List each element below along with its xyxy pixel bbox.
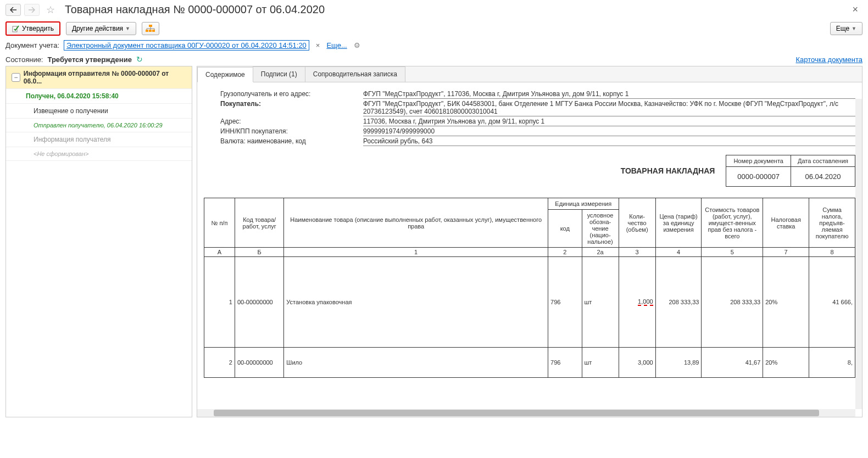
cell-rate: 20% xyxy=(763,257,809,348)
sidebar-not-formed: <Не сформирован> xyxy=(6,147,192,161)
tab-note[interactable]: Сопроводительная записка xyxy=(305,66,405,82)
cell-price: 13,89 xyxy=(655,348,702,378)
hierarchy-button[interactable] xyxy=(142,22,159,35)
th-col-4: 4 xyxy=(655,248,702,257)
cell-code: 00-00000000 xyxy=(235,257,283,348)
cell-ucode: 796 xyxy=(548,348,582,378)
tab-signatures[interactable]: Подписи (1) xyxy=(253,66,305,82)
sidebar-sender-label: Информация отправителя № 0000-000007 от … xyxy=(24,70,186,85)
more-button[interactable]: Еще ▼ xyxy=(830,22,863,35)
refresh-icon[interactable]: ↻ xyxy=(136,55,143,64)
svg-rect-3 xyxy=(149,30,152,32)
document-body: Грузополучатель и его адрес:ФГУП "МедСтр… xyxy=(197,82,862,417)
favorite-star-icon[interactable]: ☆ xyxy=(45,4,56,15)
cell-tax: 41 666, xyxy=(809,257,855,348)
currency-value: Российский рубль, 643 xyxy=(363,137,855,146)
horizontal-scrollbar[interactable] xyxy=(197,409,855,417)
cell-name: Шило xyxy=(284,348,548,378)
sidebar-recipient-info[interactable]: Информация получателя xyxy=(6,132,192,147)
buyer-label: Покупатель: xyxy=(220,100,363,116)
document-card-link[interactable]: Карточка документа xyxy=(796,55,863,64)
nav-back-button[interactable] xyxy=(5,4,21,16)
sidebar-sender-info[interactable]: − Информация отправителя № 0000-000007 о… xyxy=(6,66,192,89)
th-code: Код товара/ работ, услуг xyxy=(235,198,283,248)
th-col-7: 7 xyxy=(763,248,809,257)
doc-account-label: Документ учета: xyxy=(5,41,59,49)
invoice-title: ТОВАРНАЯ НАКЛАДНАЯ xyxy=(621,166,715,175)
cell-price: 208 333,33 xyxy=(655,257,702,348)
invoice-table: № п/п Код товара/ работ, услуг Наименова… xyxy=(204,198,855,378)
svg-rect-4 xyxy=(152,30,155,32)
sidebar: − Информация отправителя № 0000-000007 о… xyxy=(5,66,192,417)
th-unit: Единица измерения xyxy=(548,198,619,210)
approve-button[interactable]: Утвердить xyxy=(5,21,60,36)
sidebar-sent-status: Отправлен получателю, 06.04.2020 16:00:2… xyxy=(6,119,192,132)
clear-link-button[interactable]: × xyxy=(314,41,322,49)
more-label: Еще xyxy=(836,25,849,32)
inn-value: 9999991974/999999000 xyxy=(363,127,855,136)
state-label: Состояние: xyxy=(5,55,43,64)
th-col-2: 2 xyxy=(548,248,582,257)
other-actions-button[interactable]: Другие действия ▼ xyxy=(66,22,136,35)
cell-code: 00-00000000 xyxy=(235,348,283,378)
th-price: Цена (тариф) за единицу измерения xyxy=(655,198,702,248)
consignee-label: Грузополучатель и его адрес: xyxy=(220,90,363,99)
inn-label: ИНН/КПП покупателя: xyxy=(220,127,363,136)
cell-qty[interactable]: 1,000 xyxy=(619,257,655,348)
currency-label: Валюта: наименование, код xyxy=(220,137,363,146)
svg-rect-1 xyxy=(149,25,152,27)
sidebar-received-status: Получен, 06.04.2020 15:58:40 xyxy=(6,89,192,104)
cell-name: Установка упаковочная xyxy=(284,257,548,348)
th-col-5: 5 xyxy=(702,248,763,257)
buyer-value: ФГУП "МедСтрахПродукт", БИК 044583001, б… xyxy=(363,100,855,116)
th-col-3: 3 xyxy=(619,248,655,257)
vertical-scrollbar[interactable] xyxy=(855,99,862,409)
state-value: Требуется утверждение xyxy=(47,55,131,64)
cell-qty[interactable]: 3,000 xyxy=(619,348,655,378)
approve-icon xyxy=(12,25,20,32)
th-qty: Коли-чество (объем) xyxy=(619,198,655,248)
table-row[interactable]: 1 00-00000000 Установка упаковочная 796 … xyxy=(204,257,855,348)
approve-label: Утвердить xyxy=(22,25,54,32)
table-row[interactable]: 2 00-00000000 Шило 796 шт 3,000 13,89 41… xyxy=(204,348,855,378)
arrow-left-icon xyxy=(10,7,16,13)
address-label: Адрес: xyxy=(220,118,363,126)
close-button[interactable]: × xyxy=(848,4,863,15)
doc-num-value: 0000-000007 xyxy=(726,167,791,186)
th-name: Наименование товара (описание выполненны… xyxy=(284,198,548,248)
address-value: 117036, Москва г, Дмитрия Ульянова ул, д… xyxy=(363,118,855,126)
cell-tax: 8, xyxy=(809,348,855,378)
arrow-right-icon xyxy=(29,7,35,13)
th-sum: Стоимость товаров (работ, услуг), имущес… xyxy=(702,198,763,248)
th-col-a: А xyxy=(204,248,235,257)
scroll-thumb[interactable] xyxy=(214,410,819,416)
gear-icon[interactable]: ⚙ xyxy=(354,41,360,49)
cell-uname: шт xyxy=(582,348,619,378)
th-rate: Налоговая ставка xyxy=(763,198,809,248)
cell-sum: 41,67 xyxy=(702,348,763,378)
cell-sum: 208 333,33 xyxy=(702,257,763,348)
doc-more-link[interactable]: Еще... xyxy=(326,41,347,49)
th-tax: Сумма налога, предъяв-ляемая покупателю xyxy=(809,198,855,248)
th-col-2a: 2а xyxy=(582,248,619,257)
doc-account-link[interactable]: Электронный документ поставщика 00ГУ-000… xyxy=(64,40,309,51)
th-col-8: 8 xyxy=(809,248,855,257)
dropdown-caret-icon: ▼ xyxy=(125,26,130,31)
page-title: Товарная накладная № 0000-000007 от 06.0… xyxy=(65,3,844,16)
cell-uname: шт xyxy=(582,257,619,348)
th-num: № п/п xyxy=(204,198,235,248)
dropdown-caret-icon: ▼ xyxy=(852,26,856,31)
collapse-toggle-icon[interactable]: − xyxy=(12,73,20,82)
doc-date-value: 06.04.2020 xyxy=(791,167,855,186)
doc-date-header: Дата составления xyxy=(791,155,855,167)
th-unit-name: условное обозна-чение (нацио-нальное) xyxy=(582,210,619,248)
sidebar-receipt-notice[interactable]: Извещение о получении xyxy=(6,104,192,119)
content-panel: Содержимое Подписи (1) Сопроводительная … xyxy=(197,66,863,417)
consignee-value: ФГУП "МедСтрахПродукт", 117036, Москва г… xyxy=(363,90,855,99)
cell-num: 2 xyxy=(204,348,235,378)
nav-forward-button[interactable] xyxy=(24,4,40,16)
tab-content[interactable]: Содержимое xyxy=(197,67,253,82)
th-col-b: Б xyxy=(235,248,283,257)
other-actions-label: Другие действия xyxy=(72,25,123,32)
doc-num-header: Номер документа xyxy=(726,155,791,167)
